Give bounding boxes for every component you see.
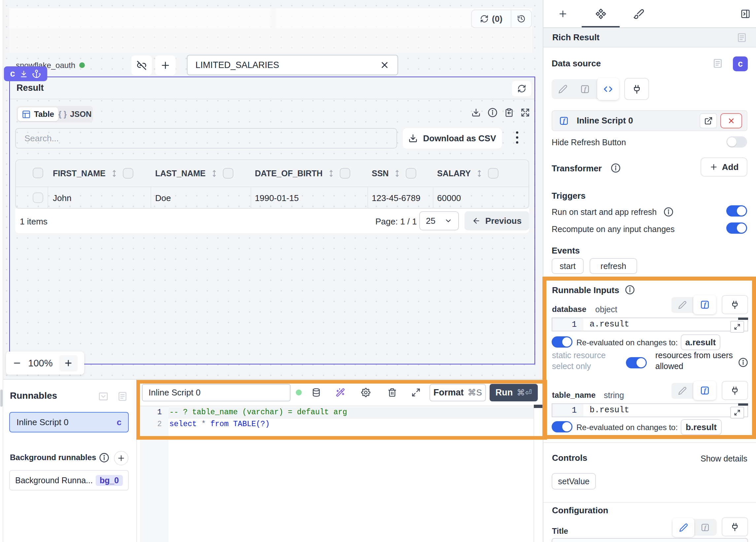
svg-text:f: f [584,85,587,92]
svg-text:f: f [563,117,566,124]
svg-text:f: f [704,524,707,531]
